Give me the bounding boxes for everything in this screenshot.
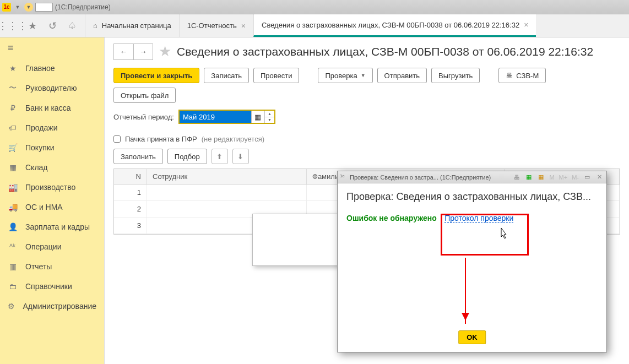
move-down-button[interactable]: ⬇ <box>232 149 249 164</box>
print-icon[interactable]: 🖶 <box>512 173 522 182</box>
cell-n: 1 <box>114 184 147 200</box>
history-icon[interactable]: ↺ <box>43 17 62 35</box>
table-toolbar: Заполнить Подбор ⬆ ⬇ <box>113 149 620 164</box>
bell-icon[interactable]: ♤ <box>63 17 82 35</box>
system-toolbar: ⋮⋮⋮ ★ ↺ ♤ ⌂ Начальная страница 1С-Отчетн… <box>0 14 629 37</box>
titlebar-blank <box>35 3 53 12</box>
sidebar-label: Покупки <box>25 143 55 152</box>
titlebar-yellow-icon[interactable]: ▼ <box>24 3 33 12</box>
titlebar-dropdown-icon[interactable]: ▼ <box>13 3 22 12</box>
minimize-icon[interactable]: ▭ <box>582 173 592 182</box>
back-button[interactable]: ← <box>113 44 133 60</box>
modal-titlebar: 1c Проверка: Сведения о застра... (1С:Пр… <box>338 171 606 183</box>
sidebar-item-stock[interactable]: ▦Склад <box>0 157 104 177</box>
modal-title: Проверка: Сведения о застрахованных лица… <box>338 183 606 208</box>
szvm-label: СЗВ-М <box>516 72 539 80</box>
close-icon[interactable]: × <box>241 21 246 30</box>
accepted-row: Пачка принята в ПФР (не редактируется) <box>113 135 620 143</box>
send-button[interactable]: Отправить <box>377 68 427 83</box>
write-button[interactable]: Записать <box>204 68 249 83</box>
th-n[interactable]: N <box>114 169 147 184</box>
post-close-button[interactable]: Провести и закрыть <box>113 68 199 83</box>
page-title: Сведения о застрахованных лицах, СЗВ-М 0… <box>177 45 593 58</box>
szvm-button[interactable]: 🖶СЗВ-М <box>498 68 546 83</box>
sidebar-label: Главное <box>25 64 55 73</box>
boxes-icon: ▦ <box>8 163 18 172</box>
cell-emp <box>147 184 307 200</box>
fill-button[interactable]: Заполнить <box>113 149 163 164</box>
period-row: Отчетный период: ▦ ▲▼ <box>113 110 620 124</box>
no-errors-text: Ошибок не обнаружено <box>346 214 437 222</box>
folder-icon: 🗀 <box>8 282 18 291</box>
mem-mplus[interactable]: M+ <box>558 174 569 181</box>
sidebar: ≡ ★Главное 〜Руководителю ₽Банк и касса 🏷… <box>0 37 105 364</box>
cell-n: 3 <box>114 218 147 233</box>
export-button[interactable]: Выгрузить <box>431 68 480 83</box>
period-input[interactable] <box>180 111 251 123</box>
sidebar-label: ОС и НМА <box>25 203 63 211</box>
tab-active[interactable]: Сведения о застрахованных лицах, СЗВ-М 0… <box>253 14 536 37</box>
nav-back-forward: ← → <box>113 44 153 60</box>
action-toolbar: Провести и закрыть Записать Провести Про… <box>113 68 620 103</box>
favorite-star-icon[interactable]: ★ <box>159 43 171 60</box>
sidebar-item-main[interactable]: ★Главное <box>0 58 104 78</box>
accepted-checkbox[interactable] <box>113 135 121 143</box>
apps-icon[interactable]: ⋮⋮⋮ <box>3 17 22 35</box>
sidebar-label: Справочники <box>25 282 72 291</box>
close-icon[interactable]: × <box>524 20 528 29</box>
ruble-icon: ₽ <box>8 104 18 112</box>
check-button[interactable]: Проверка▼ <box>318 68 372 83</box>
period-input-group: ▦ ▲▼ <box>178 110 275 124</box>
sidebar-item-reports[interactable]: ▥Отчеты <box>0 257 104 276</box>
sidebar-item-sales[interactable]: 🏷Продажи <box>0 118 104 138</box>
tab-report-label: 1С-Отчетность <box>187 21 237 30</box>
printer-icon: 🖶 <box>506 72 513 80</box>
truck-icon: 🚚 <box>8 203 18 211</box>
th-employee[interactable]: Сотрудник <box>147 169 307 184</box>
person-icon: 👤 <box>8 222 18 231</box>
move-up-button[interactable]: ⬆ <box>212 149 228 164</box>
sidebar-item-bank[interactable]: ₽Банк и касса <box>0 98 104 118</box>
close-icon[interactable]: ✕ <box>594 173 604 182</box>
tab-home[interactable]: ⌂ Начальная страница <box>85 14 179 37</box>
sidebar-item-os[interactable]: 🚚ОС и НМА <box>0 197 104 217</box>
calendar-icon[interactable]: ▦ <box>251 111 264 123</box>
mem-m[interactable]: M <box>548 174 555 181</box>
ok-button[interactable]: OK <box>458 330 486 344</box>
sidebar-label: Производство <box>25 183 75 192</box>
period-spinner[interactable]: ▲▼ <box>264 111 274 123</box>
chart-icon: 〜 <box>8 83 18 93</box>
accepted-label: Пачка принята в ПФР <box>125 135 197 143</box>
forward-button[interactable]: → <box>133 44 153 60</box>
star-icon: ★ <box>8 64 18 73</box>
post-button[interactable]: Провести <box>253 68 300 83</box>
favorite-icon[interactable]: ★ <box>23 17 42 35</box>
tab-report[interactable]: 1С-Отчетность × <box>179 14 253 37</box>
cart-icon: 🛒 <box>8 143 18 152</box>
annotation-arrow <box>465 258 466 324</box>
sidebar-item-lead[interactable]: 〜Руководителю <box>0 78 104 98</box>
calendar-icon[interactable]: ▦ <box>536 173 546 182</box>
calc-icon[interactable]: ▦ <box>524 173 534 182</box>
open-file-button[interactable]: Открыть файл <box>113 88 176 103</box>
sidebar-item-ref[interactable]: 🗀Справочники <box>0 276 104 296</box>
sidebar-item-buy[interactable]: 🛒Покупки <box>0 138 104 157</box>
tab-home-label: Начальная страница <box>102 21 171 30</box>
sidebar-label: Отчеты <box>25 262 52 271</box>
hamburger-icon[interactable]: ≡ <box>0 37 104 58</box>
tab-active-label: Сведения о застрахованных лицах, СЗВ-М 0… <box>262 21 519 29</box>
chevron-down-icon: ▼ <box>361 73 366 78</box>
sidebar-label: Зарплата и кадры <box>25 222 90 231</box>
pick-button[interactable]: Подбор <box>167 149 207 164</box>
mem-mminus[interactable]: M- <box>571 174 580 181</box>
sidebar-item-admin[interactable]: ⚙Администрирование <box>0 296 104 316</box>
sidebar-item-ops[interactable]: ᴬᵏОперации <box>0 237 104 257</box>
check-label: Проверка <box>325 72 357 80</box>
titlebar: 1c ▼ ▼ (1С:Предприятие) <box>0 0 629 14</box>
tag-icon: 🏷 <box>8 123 18 132</box>
titlebar-suffix: (1С:Предприятие) <box>55 3 111 11</box>
sidebar-label: Администрирование <box>23 302 97 311</box>
sidebar-item-prod[interactable]: 🏭Производство <box>0 177 104 197</box>
annotation-highlight <box>441 214 529 256</box>
sidebar-item-hr[interactable]: 👤Зарплата и кадры <box>0 217 104 237</box>
